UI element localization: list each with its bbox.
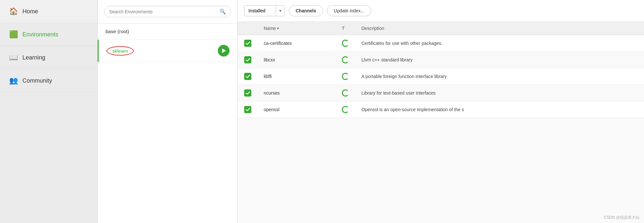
table-row[interactable]: ncurses Library for text-based user inte… — [238, 85, 644, 101]
search-input[interactable] — [109, 9, 219, 14]
row-checkbox[interactable] — [244, 40, 264, 47]
select-arrow-icon: ▾ — [276, 6, 285, 16]
header-name: Name ▾ — [264, 26, 342, 31]
package-type — [342, 89, 361, 97]
sidebar-item-learning[interactable]: 📖 Learning — [0, 46, 97, 69]
home-icon: 🏠 — [9, 7, 18, 16]
package-description: Certificates for use with other packages… — [361, 41, 637, 46]
filter-select-wrapper: Installed All Not installed Updatable ▾ — [244, 5, 285, 16]
table-row[interactable]: ca-certificates Certificates for use wit… — [238, 35, 644, 52]
header-description: Description — [361, 26, 637, 31]
sidebar-item-community[interactable]: 👥 Community — [0, 69, 97, 92]
play-button[interactable] — [218, 45, 230, 57]
sidebar-item-home[interactable]: 🏠 Home — [0, 0, 97, 23]
env-name-sklearn: sklearn — [106, 46, 134, 56]
sidebar-item-label: Home — [22, 8, 38, 15]
update-index-button[interactable]: Update index... — [327, 5, 371, 16]
package-type — [342, 73, 361, 80]
package-name: libffi — [264, 74, 342, 79]
installed-filter-select[interactable]: Installed All Not installed Updatable — [245, 6, 276, 16]
search-bar-container: 🔍 — [98, 0, 237, 23]
sidebar-item-label: Learning — [22, 54, 45, 61]
row-checkbox[interactable] — [244, 89, 264, 97]
watermark: CSDN @我是黄大仙 — [604, 215, 639, 220]
main-content: 🔍 base (root) sklearn Installed All Not … — [98, 0, 644, 223]
header-type: T — [342, 26, 361, 31]
header-checkbox — [244, 26, 264, 31]
row-checkbox[interactable] — [244, 106, 264, 113]
search-bar: 🔍 — [104, 6, 231, 17]
package-description: Llvm c++ standard library — [361, 57, 637, 62]
package-description: Library for text-based user interfaces — [361, 90, 637, 96]
type-indicator-icon — [342, 56, 349, 63]
table-row[interactable]: openssl Openssl is an open-source implem… — [238, 101, 644, 118]
sidebar-item-label: Community — [22, 77, 52, 84]
package-name: openssl — [264, 107, 342, 112]
env-item-sklearn[interactable]: sklearn — [98, 40, 237, 62]
search-button[interactable]: 🔍 — [219, 8, 226, 15]
packages-panel: Installed All Not installed Updatable ▾ … — [238, 0, 644, 223]
book-icon: 📖 — [9, 53, 18, 62]
cube-icon: 🟩 — [9, 30, 18, 39]
row-checkbox[interactable] — [244, 56, 264, 63]
package-type — [342, 40, 361, 47]
packages-toolbar: Installed All Not installed Updatable ▾ … — [238, 0, 644, 22]
channels-button[interactable]: Channels — [289, 5, 323, 16]
sidebar-item-environments[interactable]: 🟩 Environments — [0, 23, 97, 46]
environments-panel: 🔍 base (root) sklearn — [98, 0, 238, 223]
table-header: Name ▾ T Description — [238, 22, 644, 35]
sort-icon: ▾ — [277, 26, 279, 31]
packages-table: Name ▾ T Description ca-certificates Cer… — [238, 22, 644, 223]
package-name: libcxx — [264, 57, 342, 62]
table-row[interactable]: libcxx Llvm c++ standard library — [238, 52, 644, 68]
env-item-base[interactable]: base (root) — [98, 23, 237, 40]
play-icon — [222, 48, 226, 53]
type-indicator-icon — [342, 106, 349, 113]
package-type — [342, 106, 361, 113]
table-row[interactable]: libffi A portable foreign function inter… — [238, 68, 644, 85]
package-type — [342, 56, 361, 63]
package-description: A portable foreign function interface li… — [361, 74, 637, 79]
people-icon: 👥 — [9, 76, 18, 85]
sidebar: 🏠 Home 🟩 Environments 📖 Learning 👥 Commu… — [0, 0, 98, 223]
package-name: ncurses — [264, 90, 342, 96]
package-description: Openssl is an open-source implementation… — [361, 107, 637, 112]
table-body: ca-certificates Certificates for use wit… — [238, 35, 644, 118]
env-name: base (root) — [105, 29, 129, 34]
svg-marker-0 — [222, 48, 226, 53]
type-indicator-icon — [342, 40, 349, 47]
type-indicator-icon — [342, 89, 349, 97]
package-name: ca-certificates — [264, 41, 342, 46]
type-indicator-icon — [342, 73, 349, 80]
sidebar-item-label: Environments — [22, 31, 58, 38]
row-checkbox[interactable] — [244, 73, 264, 80]
